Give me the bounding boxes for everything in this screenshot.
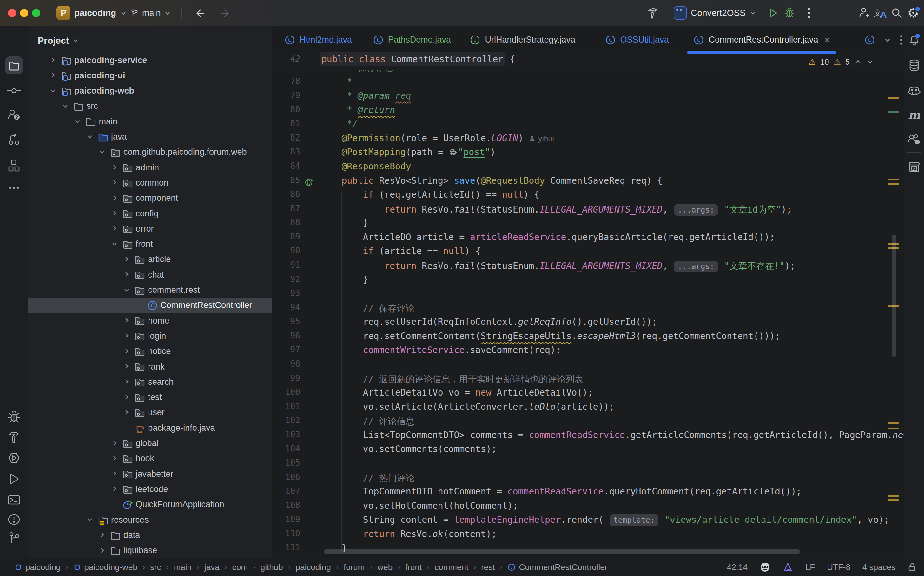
more-options-button[interactable] xyxy=(801,5,817,21)
chevron-right-icon[interactable] xyxy=(111,470,119,478)
run-button[interactable] xyxy=(765,5,781,21)
chevron-right-icon[interactable] xyxy=(111,194,119,202)
breadcrumb-src[interactable]: src xyxy=(150,562,161,572)
line-number[interactable]: 107 xyxy=(272,486,300,496)
error-stripe-mark[interactable] xyxy=(888,111,899,113)
chevron-right-icon[interactable] xyxy=(111,454,119,463)
toolwindow-debug-bug-button[interactable] xyxy=(5,408,23,426)
line-number[interactable]: 93 xyxy=(272,288,300,298)
chevron-down-icon[interactable] xyxy=(86,516,94,524)
tree-item-leetcode[interactable]: leetcode xyxy=(28,482,272,497)
line-number[interactable]: 95 xyxy=(272,317,300,326)
line-number[interactable]: 105 xyxy=(272,458,300,467)
line-separator-widget[interactable]: LF xyxy=(805,562,815,572)
toolwindow-terminal-button[interactable] xyxy=(5,491,23,509)
toolwindow-more-button[interactable] xyxy=(5,179,23,197)
toolwindow-run-play-button[interactable] xyxy=(5,470,23,488)
breadcrumb-paicoding-web[interactable]: paicoding-web xyxy=(73,562,138,572)
line-number[interactable]: 111 xyxy=(272,543,300,552)
ai-assistant-icon[interactable] xyxy=(783,562,793,573)
tree-item-java[interactable]: java xyxy=(28,130,272,145)
line-number[interactable]: 83 xyxy=(272,147,300,156)
line-number[interactable]: 88 xyxy=(272,218,300,227)
tree-item-chat[interactable]: chat xyxy=(28,267,272,282)
error-stripe-mark[interactable] xyxy=(888,427,899,429)
error-stripe-mark[interactable] xyxy=(888,495,899,497)
tree-item-test[interactable]: test xyxy=(28,390,272,405)
error-stripe-mark[interactable] xyxy=(888,179,899,181)
tab-PathsDemo.java[interactable]: CPathsDemo.java xyxy=(365,26,459,54)
chevron-down-icon[interactable] xyxy=(111,240,119,248)
breadcrumb-web[interactable]: web xyxy=(377,562,392,572)
toolwindow-pull-requests-button[interactable]: ? xyxy=(5,106,23,124)
chevron-down-icon[interactable] xyxy=(123,286,131,294)
tree-item-user[interactable]: user xyxy=(28,405,272,420)
project-widget[interactable]: P paicoding xyxy=(56,6,127,20)
chevron-down-icon[interactable] xyxy=(86,133,94,141)
breadcrumb-rest[interactable]: rest xyxy=(481,562,495,572)
inspections-widget[interactable]: ⚠ 10 ⚠ 5 xyxy=(809,54,874,70)
tab-options-icon[interactable] xyxy=(900,35,902,45)
line-number[interactable]: 106 xyxy=(272,472,300,482)
breadcrumb-com[interactable]: com xyxy=(232,562,248,572)
breadcrumb-comment[interactable]: comment xyxy=(434,562,468,572)
code-editor[interactable]: 77 * 保存评论78 *79 * @param req80 * @return… xyxy=(272,70,904,558)
breadcrumb-paicoding[interactable]: paicoding xyxy=(14,562,61,572)
error-stripe-mark[interactable] xyxy=(888,183,899,185)
readonly-lock-icon[interactable] xyxy=(908,562,917,572)
line-number[interactable]: 78 xyxy=(272,77,300,86)
chevron-right-icon[interactable] xyxy=(123,317,131,325)
toolwindow-project-folder-button[interactable] xyxy=(5,56,23,74)
caret-position[interactable]: 42:14 xyxy=(727,562,748,572)
chevron-right-icon[interactable] xyxy=(111,210,119,218)
toolwindow-git-graph-button[interactable] xyxy=(5,131,23,149)
code-with-me-button[interactable] xyxy=(855,5,872,21)
chevron-down-icon[interactable] xyxy=(883,36,892,44)
line-number[interactable]: 97 xyxy=(272,345,300,354)
chevron-right-icon[interactable] xyxy=(98,531,107,539)
tree-item-src[interactable]: src xyxy=(28,99,272,114)
error-stripe-mark[interactable] xyxy=(888,422,899,424)
line-number[interactable]: 96 xyxy=(272,331,300,340)
search-everywhere-button[interactable] xyxy=(889,5,905,21)
tree-item-home[interactable]: home xyxy=(28,313,272,328)
chevron-right-icon[interactable] xyxy=(123,332,131,340)
tree-item-rank[interactable]: rank xyxy=(28,359,272,374)
breadcrumb-github[interactable]: github xyxy=(261,562,283,572)
tree-item-CommentRestController[interactable]: CCommentRestController xyxy=(28,298,272,313)
line-number[interactable]: 80 xyxy=(272,105,300,114)
breadcrumb-CommentRestController[interactable]: CCommentRestController xyxy=(508,562,607,572)
chevron-right-icon[interactable] xyxy=(111,224,119,233)
toolwindow-notifications-bell-button[interactable] xyxy=(905,31,923,49)
toolwindow-git-branch-button[interactable] xyxy=(5,529,23,547)
tab-Html2md.java[interactable]: CHtml2md.java xyxy=(276,26,360,54)
chevron-right-icon[interactable] xyxy=(98,547,107,555)
line-number[interactable]: 109 xyxy=(272,514,300,524)
breadcrumb-main[interactable]: main xyxy=(174,562,192,572)
tree-item-login[interactable]: login xyxy=(28,328,272,344)
tree-item-package-info.java[interactable]: package-info.java xyxy=(28,420,272,435)
chevron-down-icon[interactable] xyxy=(74,117,82,126)
copilot-status-icon[interactable] xyxy=(760,562,770,573)
tree-item-article[interactable]: article xyxy=(28,252,272,267)
toolwindow-problems-button[interactable] xyxy=(5,510,23,528)
navigate-back-button[interactable] xyxy=(193,7,206,20)
toolwindow-structure-button[interactable] xyxy=(5,157,23,174)
vertical-scrollbar[interactable] xyxy=(892,235,897,357)
line-number[interactable]: 81 xyxy=(272,118,300,128)
chevron-right-icon[interactable] xyxy=(111,163,119,171)
line-number[interactable]: 89 xyxy=(272,232,300,242)
line-number[interactable]: 103 xyxy=(272,430,300,439)
navigate-forward-button[interactable] xyxy=(219,7,232,20)
line-number[interactable]: 91 xyxy=(272,260,300,270)
tree-item-paicoding-service[interactable]: paicoding-service xyxy=(28,53,272,68)
tree-item-error[interactable]: error xyxy=(28,221,272,236)
toolwindow-copilot-chat-button[interactable] xyxy=(905,131,923,149)
debug-button[interactable] xyxy=(781,5,798,21)
settings-button[interactable]: ⚙ xyxy=(905,5,921,21)
line-number[interactable]: 94 xyxy=(272,302,300,312)
tree-item-paicoding-web[interactable]: paicoding-web xyxy=(28,83,272,99)
tree-item-comment.rest[interactable]: comment.rest xyxy=(28,283,272,298)
tree-item-admin[interactable]: admin xyxy=(28,160,272,175)
tree-item-notice[interactable]: notice xyxy=(28,344,272,359)
